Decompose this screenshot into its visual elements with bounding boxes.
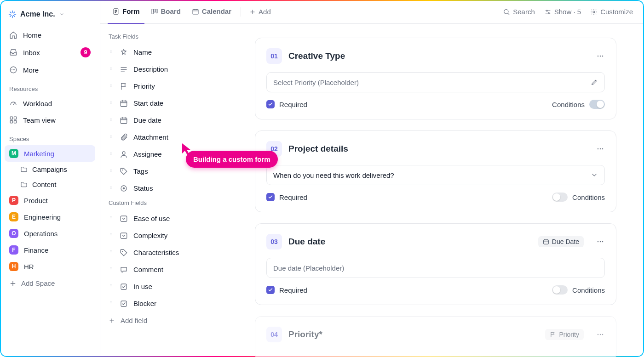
question-input[interactable]: Select Priority (Placeholder)	[266, 72, 605, 92]
space-badge-icon: H	[9, 262, 18, 271]
svg-point-117	[110, 251, 110, 252]
space-badge-icon: O	[9, 229, 18, 238]
drag-handle-icon[interactable]	[109, 98, 114, 108]
nav-home[interactable]: Home	[5, 27, 95, 43]
field-item[interactable]: Name	[106, 44, 221, 61]
drag-handle-icon[interactable]	[109, 299, 114, 308]
add-space-button[interactable]: Add Space	[5, 275, 95, 292]
workspace-name: Acme Inc.	[20, 10, 55, 18]
conditions-toggle[interactable]	[552, 285, 568, 295]
drag-handle-icon[interactable]	[109, 47, 114, 57]
nav-workload[interactable]: Workload	[5, 95, 95, 112]
question-title[interactable]: Priority*	[288, 329, 322, 340]
question-title[interactable]: Creative Type	[288, 51, 345, 61]
field-type-badge: Due Date	[538, 236, 584, 247]
more-icon[interactable]	[596, 237, 605, 246]
field-item[interactable]: Characteristics	[106, 244, 221, 261]
space-label: Finance	[24, 246, 48, 254]
pencil-icon[interactable]	[591, 79, 598, 86]
nav-more[interactable]: More	[5, 62, 95, 78]
field-item[interactable]: Ease of use	[106, 210, 221, 227]
drag-handle-icon[interactable]	[109, 214, 114, 223]
search-button[interactable]: Search	[499, 5, 539, 18]
required-checkbox[interactable]	[266, 100, 275, 108]
space-marketing[interactable]: M Marketing	[5, 145, 95, 162]
question-title[interactable]: Project details	[288, 144, 348, 154]
tab-form[interactable]: Form	[108, 0, 144, 24]
field-item[interactable]: Blocker	[106, 295, 221, 312]
drag-handle-icon[interactable]	[109, 282, 114, 291]
field-item[interactable]: Due date	[106, 112, 221, 129]
plus-icon	[9, 280, 17, 287]
nav-teamview-label: Team view	[23, 116, 56, 124]
input-text: When do you need this work delivered?	[273, 171, 394, 179]
conditions-toggle[interactable]	[552, 193, 568, 202]
drag-handle-icon[interactable]	[109, 115, 114, 125]
required-checkbox[interactable]	[266, 286, 275, 294]
drag-handle-icon[interactable]	[109, 231, 114, 240]
space-finance[interactable]: F Finance	[5, 242, 95, 258]
svg-rect-14	[14, 117, 17, 119]
svg-point-112	[110, 236, 110, 236]
field-item[interactable]: Comment	[106, 261, 221, 278]
space-engineering[interactable]: E Engineering	[5, 209, 95, 225]
drag-handle-icon[interactable]	[109, 166, 114, 176]
svg-point-67	[110, 120, 110, 121]
svg-point-154	[602, 241, 604, 243]
tab-calendar[interactable]: Calendar	[187, 0, 236, 24]
required-checkbox[interactable]	[266, 193, 275, 201]
svg-point-84	[111, 154, 112, 155]
subspace-label: Content	[32, 181, 57, 188]
field-item[interactable]: In use	[106, 278, 221, 295]
subspace-content[interactable]: Content	[5, 177, 95, 192]
svg-point-37	[111, 52, 112, 53]
svg-point-52	[111, 86, 112, 87]
drag-handle-icon[interactable]	[109, 132, 114, 142]
add-view-button[interactable]: Add	[246, 5, 275, 18]
field-item[interactable]: Status	[106, 180, 221, 197]
svg-point-103	[110, 217, 110, 218]
workspace-switcher[interactable]: Acme Inc.	[5, 6, 95, 27]
required-label: Required	[279, 286, 307, 294]
question-input[interactable]: Due date (Placeholder)	[266, 258, 605, 278]
add-field-button[interactable]: Add field	[106, 312, 221, 329]
drag-handle-icon[interactable]	[109, 265, 114, 274]
conditions-toggle[interactable]	[589, 100, 605, 109]
drag-handle-icon[interactable]	[109, 248, 114, 257]
more-icon[interactable]	[596, 51, 605, 61]
question-input[interactable]: When do you need this work delivered?	[266, 165, 605, 185]
field-item[interactable]: Start date	[106, 95, 221, 112]
field-item[interactable]: Priority	[106, 78, 221, 95]
space-product[interactable]: P Product	[5, 192, 95, 209]
svg-point-57	[110, 103, 110, 104]
more-icon[interactable]	[596, 330, 605, 339]
subspace-campaigns[interactable]: Campaigns	[5, 162, 95, 177]
nav-inbox[interactable]: Inbox 9	[5, 43, 95, 62]
svg-line-26	[508, 13, 509, 14]
field-item[interactable]: Attachment	[106, 129, 221, 146]
drag-handle-icon[interactable]	[109, 81, 114, 91]
nav-teamview[interactable]: Team view	[5, 112, 95, 128]
svg-point-108	[110, 233, 110, 234]
chevron-icon[interactable]	[591, 171, 598, 179]
svg-point-53	[110, 101, 110, 102]
tab-board[interactable]: Board	[146, 0, 185, 24]
svg-rect-21	[193, 9, 198, 14]
svg-point-48	[111, 84, 112, 85]
space-operations[interactable]: O Operations	[5, 225, 95, 242]
logo-icon	[8, 10, 17, 18]
svg-point-137	[110, 302, 110, 303]
question-title[interactable]: Due date	[288, 237, 325, 247]
more-icon[interactable]	[596, 144, 605, 153]
drag-handle-icon[interactable]	[109, 149, 114, 159]
svg-point-145	[598, 148, 599, 150]
field-item[interactable]: Complexity	[106, 227, 221, 244]
field-item[interactable]: Description	[106, 61, 221, 78]
customize-button[interactable]: Customize	[586, 5, 637, 18]
calendar-icon	[543, 238, 549, 245]
space-hr[interactable]: H HR	[5, 258, 95, 275]
show-button[interactable]: Show · 5	[540, 5, 585, 18]
drag-handle-icon[interactable]	[109, 183, 114, 193]
drag-handle-icon[interactable]	[109, 64, 114, 74]
svg-point-81	[110, 153, 110, 153]
